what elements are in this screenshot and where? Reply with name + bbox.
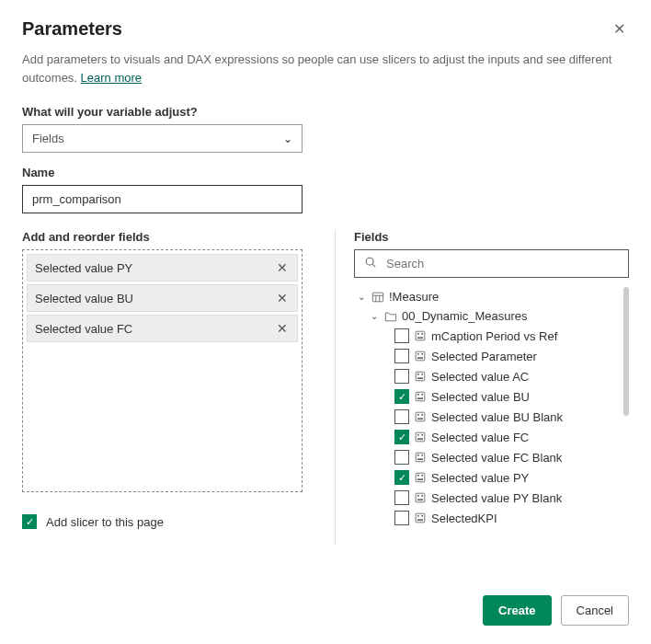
field-label: SelectedKPI: [431, 512, 497, 525]
chevron-down-icon: ⌄: [283, 132, 292, 145]
variable-adjust-label: What will your variable adjust?: [22, 105, 629, 119]
measure-icon: [414, 512, 427, 524]
measure-icon: [414, 370, 427, 383]
measure-icon: [414, 491, 427, 504]
field-checkbox[interactable]: [394, 409, 409, 424]
reorder-item[interactable]: Selected value BU ✕: [27, 284, 298, 312]
measure-icon: [414, 451, 427, 464]
name-input[interactable]: [22, 185, 303, 213]
measure-icon: [414, 410, 427, 423]
tree-field-item[interactable]: Selected value FC Blank: [354, 447, 629, 467]
scrollbar[interactable]: [623, 287, 629, 416]
add-slicer-checkbox[interactable]: ✓: [22, 514, 37, 529]
tree-field-item[interactable]: mCaption Period vs Ref: [354, 326, 629, 346]
add-slicer-label: Add slicer to this page: [46, 515, 164, 529]
create-button[interactable]: Create: [483, 595, 551, 626]
tree-field-item[interactable]: Selected value BU Blank: [354, 407, 629, 427]
name-label: Name: [22, 166, 629, 179]
measure-icon: [414, 329, 427, 342]
dialog-title: Parameters: [22, 18, 122, 40]
field-checkbox[interactable]: [394, 450, 409, 465]
field-checkbox[interactable]: ✓: [394, 389, 409, 404]
tree-field-item[interactable]: ✓Selected value FC: [354, 427, 629, 447]
measure-icon: [414, 350, 427, 362]
field-label: Selected value BU: [431, 390, 530, 404]
field-checkbox[interactable]: ✓: [394, 430, 409, 444]
fields-label: Fields: [354, 230, 629, 244]
dialog-intro: Add parameters to visuals and DAX expres…: [22, 51, 629, 86]
measure-icon: [414, 431, 427, 443]
search-icon: [364, 256, 377, 271]
variable-adjust-select[interactable]: Fields ⌄: [22, 124, 303, 153]
field-label: Selected value AC: [431, 370, 529, 384]
field-checkbox[interactable]: [394, 490, 409, 505]
table-icon: [371, 291, 384, 304]
fields-tree[interactable]: ⌄ !Measure ⌄ 00_Dynamic_Measures mCaptio…: [354, 287, 629, 545]
reorder-list[interactable]: Selected value PY ✕ Selected value BU ✕ …: [22, 249, 303, 492]
tree-field-item[interactable]: Selected Parameter: [354, 346, 629, 366]
field-checkbox[interactable]: [394, 511, 409, 525]
tree-field-item[interactable]: Selected value AC: [354, 366, 629, 386]
fields-search[interactable]: [354, 249, 629, 278]
cancel-button[interactable]: Cancel: [561, 595, 629, 626]
field-label: mCaption Period vs Ref: [431, 329, 557, 343]
field-checkbox[interactable]: [394, 328, 409, 343]
tree-field-item[interactable]: ✓Selected value PY: [354, 467, 629, 488]
remove-icon[interactable]: ✕: [275, 260, 290, 275]
reorder-label: Add and reorder fields: [22, 230, 307, 244]
folder-icon: [384, 310, 397, 323]
field-checkbox[interactable]: ✓: [394, 470, 409, 485]
remove-icon[interactable]: ✕: [275, 321, 290, 336]
measure-icon: [414, 390, 427, 403]
close-button[interactable]: ✕: [610, 18, 629, 40]
measure-icon: [414, 471, 427, 484]
field-checkbox[interactable]: [394, 349, 409, 363]
field-label: Selected value PY Blank: [431, 491, 562, 505]
reorder-item[interactable]: Selected value PY ✕: [27, 254, 298, 282]
field-checkbox[interactable]: [394, 369, 409, 384]
learn-more-link[interactable]: Learn more: [81, 71, 142, 85]
tree-table-node[interactable]: ⌄ !Measure: [354, 287, 629, 306]
chevron-down-icon: ⌄: [371, 311, 380, 321]
field-label: Selected value FC: [431, 431, 529, 444]
chevron-down-icon: ⌄: [358, 292, 367, 302]
search-input[interactable]: [384, 256, 619, 271]
field-label: Selected Parameter: [431, 350, 537, 363]
tree-field-item[interactable]: SelectedKPI: [354, 508, 629, 528]
reorder-item[interactable]: Selected value FC ✕: [27, 315, 298, 342]
tree-field-item[interactable]: Selected value PY Blank: [354, 488, 629, 508]
field-label: Selected value FC Blank: [431, 451, 562, 465]
field-label: Selected value BU Blank: [431, 410, 563, 424]
remove-icon[interactable]: ✕: [275, 291, 290, 305]
tree-field-item[interactable]: ✓Selected value BU: [354, 386, 629, 407]
field-label: Selected value PY: [431, 471, 529, 485]
tree-folder-node[interactable]: ⌄ 00_Dynamic_Measures: [354, 306, 629, 326]
